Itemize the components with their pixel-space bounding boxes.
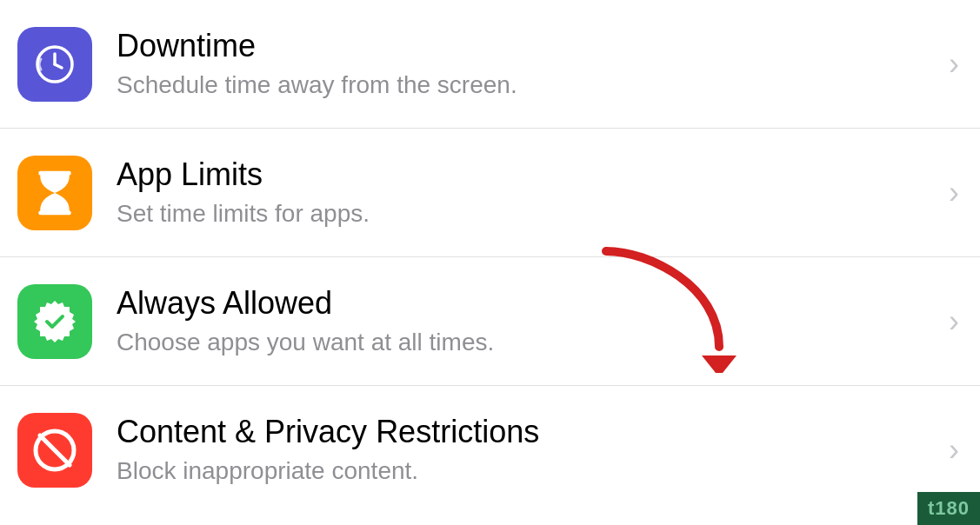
settings-row-always-allowed[interactable]: Always Allowed Choose apps you want at a… <box>0 257 980 386</box>
downtime-title: Downtime <box>117 27 935 64</box>
downtime-subtitle: Schedule time away from the screen. <box>117 70 935 101</box>
always-allowed-text: Always Allowed Choose apps you want at a… <box>117 284 935 359</box>
app-limits-icon-wrapper <box>17 156 92 230</box>
downtime-chevron: › <box>949 46 959 83</box>
svg-line-2 <box>55 64 62 68</box>
content-privacy-chevron: › <box>949 432 959 469</box>
content-privacy-text: Content & Privacy Restrictions Block ina… <box>117 413 935 488</box>
downtime-text: Downtime Schedule time away from the scr… <box>117 27 935 102</box>
always-allowed-title: Always Allowed <box>117 284 935 322</box>
content-privacy-title: Content & Privacy Restrictions <box>117 413 935 450</box>
svg-line-7 <box>40 435 70 465</box>
app-limits-subtitle: Set time limits for apps. <box>117 198 935 229</box>
downtime-icon-wrapper <box>17 27 92 102</box>
app-limits-text: App Limits Set time limits for apps. <box>117 156 935 230</box>
downtime-icon <box>32 42 77 87</box>
content-privacy-subtitle: Block inappropriate content. <box>117 455 935 487</box>
block-icon <box>30 426 79 475</box>
always-allowed-subtitle: Choose apps you want at all times. <box>117 327 935 358</box>
settings-list: Downtime Schedule time away from the scr… <box>0 0 980 525</box>
always-allowed-icon-wrapper <box>17 284 92 359</box>
app-limits-title: App Limits <box>117 156 935 193</box>
app-limits-chevron: › <box>949 175 959 211</box>
svg-rect-3 <box>38 170 70 175</box>
hourglass-icon <box>34 169 76 216</box>
content-privacy-icon-wrapper <box>17 413 92 488</box>
svg-rect-4 <box>38 210 70 215</box>
watermark: t180 <box>917 492 980 525</box>
settings-row-content-privacy[interactable]: Content & Privacy Restrictions Block ina… <box>0 386 980 515</box>
checkmark-badge-icon <box>31 298 78 345</box>
always-allowed-chevron: › <box>949 303 959 340</box>
settings-row-downtime[interactable]: Downtime Schedule time away from the scr… <box>0 0 980 129</box>
settings-row-app-limits[interactable]: App Limits Set time limits for apps. › <box>0 129 980 257</box>
